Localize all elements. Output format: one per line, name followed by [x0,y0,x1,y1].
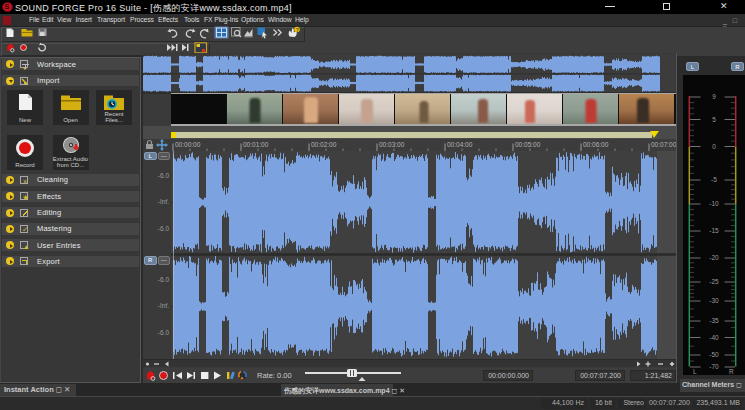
svg-text:?: ? [296,26,300,32]
